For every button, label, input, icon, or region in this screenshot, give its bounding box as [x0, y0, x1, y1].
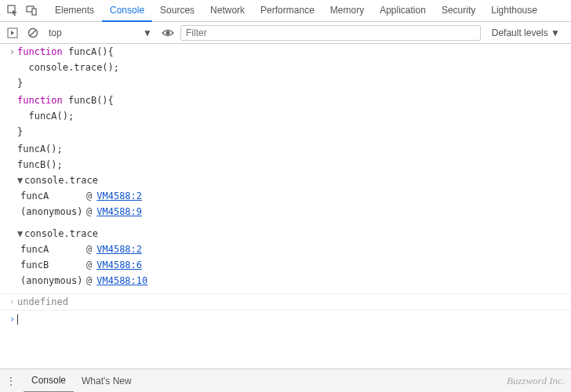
code-line: funcA();: [17, 142, 566, 156]
trace-function: funcA: [20, 189, 86, 203]
context-selector[interactable]: top ▼: [45, 27, 155, 38]
log-level-selector[interactable]: Default levels ▼: [486, 27, 566, 38]
trace-location-link[interactable]: VM4588:2: [96, 189, 142, 203]
trace-location-link[interactable]: VM4588:2: [96, 242, 142, 256]
drawer-tab-console[interactable]: Console: [24, 369, 74, 393]
return-value: undefined: [17, 295, 566, 309]
trace-function: funcA: [20, 242, 86, 256]
tab-security[interactable]: Security: [434, 0, 483, 22]
chevron-down-icon: ▼: [551, 27, 560, 38]
devtools-tabbar: Elements Console Sources Network Perform…: [0, 0, 571, 22]
context-label: top: [49, 27, 62, 38]
svg-point-6: [166, 31, 170, 34]
trace-frame: funcA @ VM4588:2: [0, 241, 571, 257]
trace-function: (anonymous): [20, 205, 86, 219]
trace-location-link[interactable]: VM4588:10: [96, 274, 147, 288]
console-input[interactable]: [17, 312, 566, 326]
code-line: }: [17, 125, 566, 139]
trace-at: @: [86, 274, 92, 288]
trace-frame: funcA @ VM4588:2: [0, 188, 571, 204]
input-marker-icon: ›: [9, 312, 17, 326]
code-line: function funcB(){: [17, 93, 566, 107]
output-marker-icon: ‹: [9, 295, 17, 309]
tab-memory[interactable]: Memory: [322, 0, 372, 22]
brand-watermark: Buzzword Inc.: [507, 375, 565, 387]
drawer-tab-whatsnew[interactable]: What's New: [74, 370, 140, 392]
code-line: }: [17, 76, 566, 90]
tab-lighthouse[interactable]: Lighthouse: [483, 0, 545, 22]
clear-console-icon[interactable]: [25, 25, 41, 41]
trace-function: (anonymous): [20, 274, 86, 288]
code-line: function funcA(){: [17, 45, 566, 59]
panel-tabs: Elements Console Sources Network Perform…: [47, 0, 545, 22]
tab-sources[interactable]: Sources: [152, 0, 202, 22]
device-toggle-icon[interactable]: [22, 2, 41, 20]
trace-location-link[interactable]: VM4588:6: [96, 258, 142, 272]
disclosure-triangle-icon[interactable]: ▼: [17, 227, 24, 241]
console-output: › function funcA(){ console.trace(); } f…: [0, 44, 571, 358]
code-line: funcA();: [17, 109, 566, 123]
trace-frame: funcB @ VM4588:6: [0, 257, 571, 273]
toggle-sidebar-icon[interactable]: [5, 25, 20, 41]
trace-at: @: [86, 189, 92, 203]
filter-input[interactable]: [180, 25, 481, 41]
chevron-down-icon: ▼: [143, 27, 152, 38]
trace-header[interactable]: ▼console.trace: [17, 173, 566, 187]
trace-header[interactable]: ▼console.trace: [17, 227, 566, 241]
trace-at: @: [86, 205, 92, 219]
trace-at: @: [86, 242, 92, 256]
console-toolbar: top ▼ Default levels ▼: [0, 22, 571, 44]
input-marker-icon: ›: [9, 45, 17, 59]
trace-at: @: [86, 258, 92, 272]
trace-frame: (anonymous) @ VM4588:9: [0, 204, 571, 220]
code-line: funcB();: [17, 158, 566, 172]
code-line: console.trace();: [17, 60, 566, 74]
tab-application[interactable]: Application: [372, 0, 434, 22]
live-expression-icon[interactable]: [160, 25, 176, 41]
drawer: ⋮ Console What's New Buzzword Inc.: [0, 368, 571, 392]
trace-location-link[interactable]: VM4588:9: [96, 205, 142, 219]
levels-label: Default levels: [492, 27, 548, 38]
trace-function: funcB: [20, 258, 86, 272]
tab-performance[interactable]: Performance: [253, 0, 322, 22]
tab-console[interactable]: Console: [102, 0, 152, 22]
inspect-icon[interactable]: [3, 2, 22, 20]
disclosure-triangle-icon[interactable]: ▼: [17, 173, 24, 187]
tab-network[interactable]: Network: [202, 0, 253, 22]
drawer-menu-icon[interactable]: ⋮: [6, 376, 16, 387]
tab-elements[interactable]: Elements: [47, 0, 102, 22]
svg-rect-2: [32, 9, 36, 15]
svg-line-5: [30, 30, 36, 36]
trace-frame: (anonymous) @ VM4588:10: [0, 273, 571, 289]
